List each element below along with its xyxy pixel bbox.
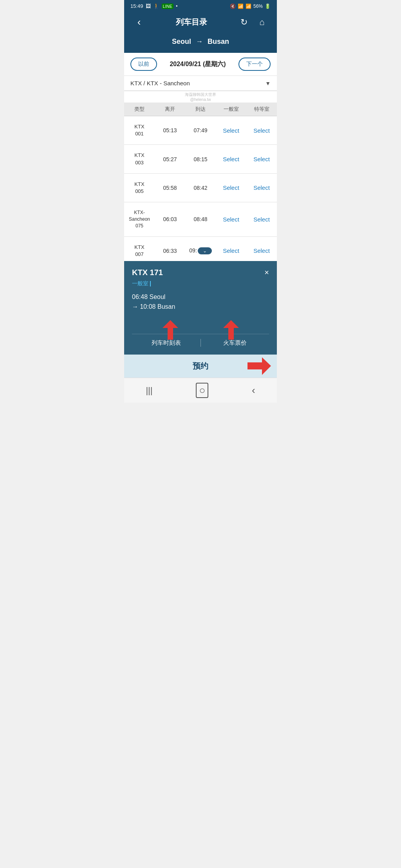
arrive-time: 08:48 — [185, 216, 216, 222]
date-navigation: 以前 2024/09/21 (星期六) 下一个 — [124, 53, 277, 76]
arrive-time: 08:42 — [185, 185, 216, 191]
red-arrow-right — [219, 318, 243, 342]
chevron-down-icon: ▼ — [265, 80, 271, 86]
select-special-btn[interactable]: Select — [246, 216, 277, 223]
train-id: KTX001 — [124, 123, 155, 137]
train-type-dropdown[interactable]: KTX / KTX - Sancheon ▼ — [124, 76, 277, 91]
select-special-btn[interactable]: Select — [246, 156, 277, 162]
battery-percent: 56% — [253, 4, 263, 9]
bottom-nav: ||| ○ ‹ — [124, 378, 277, 403]
svg-marker-0 — [163, 320, 178, 340]
select-general-btn[interactable]: Select — [216, 216, 246, 223]
panel-class-label: 一般室 — [132, 280, 269, 287]
status-right: 🔇 📶 📶 56% 🔋 — [230, 4, 271, 9]
train-list: KTX001 05:13 07:49 Select Select KTX003 … — [124, 116, 277, 261]
select-special-btn[interactable]: Select — [246, 184, 277, 191]
refresh-button[interactable]: ↻ — [237, 17, 251, 27]
route-to: Busan — [208, 38, 229, 46]
table-row: KTX005 05:58 08:42 Select Select — [124, 174, 277, 202]
train-id: KTX007 — [124, 244, 155, 258]
train-id: KTX005 — [124, 181, 155, 195]
depart-time: 06:03 — [155, 216, 185, 222]
wifi-icon: 📶 — [238, 4, 244, 9]
panel-header: KTX 171 × — [132, 268, 269, 277]
svg-marker-2 — [247, 357, 271, 375]
select-general-btn[interactable]: Select — [216, 127, 246, 134]
table-row: KTX001 05:13 07:49 Select Select — [124, 116, 277, 145]
depart-time: 05:27 — [155, 156, 185, 162]
gallery-icon: 🖼 — [146, 3, 151, 9]
status-left: 15:49 🖼 🚶 LINE • — [130, 3, 178, 9]
depart-time: 05:13 — [155, 127, 185, 133]
route-arrow: → — [196, 38, 203, 46]
arrive-time: 09: ⌄ — [185, 247, 216, 254]
col-general: 一般室 — [216, 106, 246, 113]
close-icon[interactable]: × — [264, 268, 269, 277]
header-actions: ↻ ⌂ — [237, 17, 269, 27]
back-button[interactable]: ‹ — [132, 16, 146, 28]
route-from: Seoul — [172, 38, 191, 46]
battery-icon: 🔋 — [265, 4, 271, 9]
select-special-btn[interactable]: Select — [246, 247, 277, 254]
back-nav-icon[interactable]: ‹ — [252, 384, 255, 396]
panel-train-id: KTX 171 — [132, 268, 163, 277]
mute-icon: 🔇 — [230, 4, 236, 9]
watermark: 海蔻聊韩国大世界 @helena.tw — [124, 91, 277, 103]
route-bar: Seoul → Busan — [124, 34, 277, 53]
home-icon[interactable]: ○ — [196, 383, 208, 398]
col-special: 特等室 — [246, 106, 277, 113]
table-row: KTX007 06:33 09: ⌄ Select Select — [124, 237, 277, 261]
prev-button[interactable]: 以前 — [130, 58, 157, 71]
current-date: 2024/09/21 (星期六) — [170, 60, 226, 68]
arrive-time: 08:15 — [185, 156, 216, 162]
col-type: 类型 — [124, 106, 155, 113]
dropdown-value: KTX / KTX - Sancheon — [130, 80, 190, 86]
reserve-bar: 预约 — [124, 355, 277, 378]
signal-icon: 📶 — [246, 4, 251, 9]
train-id: KTX-Sancheon075 — [124, 209, 155, 229]
depart-time: 06:33 — [155, 248, 185, 254]
train-id: KTX003 — [124, 152, 155, 166]
depart-time: 05:58 — [155, 185, 185, 191]
red-arrow-left — [159, 318, 182, 342]
status-bar: 15:49 🖼 🚶 LINE • 🔇 📶 📶 56% 🔋 — [124, 0, 277, 11]
select-general-btn[interactable]: Select — [216, 247, 246, 254]
col-depart: 离开 — [155, 106, 185, 113]
svg-marker-1 — [223, 320, 239, 340]
select-general-btn[interactable]: Select — [216, 156, 246, 162]
table-header: 类型 离开 到达 一般室 特等室 — [124, 103, 277, 116]
table-row: KTX003 05:27 08:15 Select Select — [124, 145, 277, 173]
dot-indicator: • — [176, 3, 178, 9]
activity-icon: 🚶 — [153, 3, 159, 9]
col-arrive: 到达 — [185, 106, 216, 113]
status-time: 15:49 — [130, 3, 143, 9]
home-button[interactable]: ⌂ — [255, 17, 269, 27]
select-special-btn[interactable]: Select — [246, 127, 277, 134]
line-icon: LINE — [162, 4, 173, 9]
red-arrow-reserve — [246, 355, 273, 377]
train-detail-panel: KTX 171 × 一般室 06:48 Seoul → 10:08 Busan … — [124, 261, 277, 355]
next-button[interactable]: 下一个 — [238, 58, 271, 71]
panel-time-info: 06:48 Seoul → 10:08 Busan — [132, 292, 269, 312]
table-row: KTX-Sancheon075 06:03 08:48 Select Selec… — [124, 202, 277, 236]
menu-icon[interactable]: ||| — [146, 385, 152, 396]
reserve-button[interactable]: 预约 — [193, 361, 208, 371]
arrive-time: 07:49 — [185, 127, 216, 133]
page-title: 列车目录 — [146, 17, 237, 27]
select-general-btn[interactable]: Select — [216, 184, 246, 191]
app-header: ‹ 列车目录 ↻ ⌂ — [124, 11, 277, 34]
